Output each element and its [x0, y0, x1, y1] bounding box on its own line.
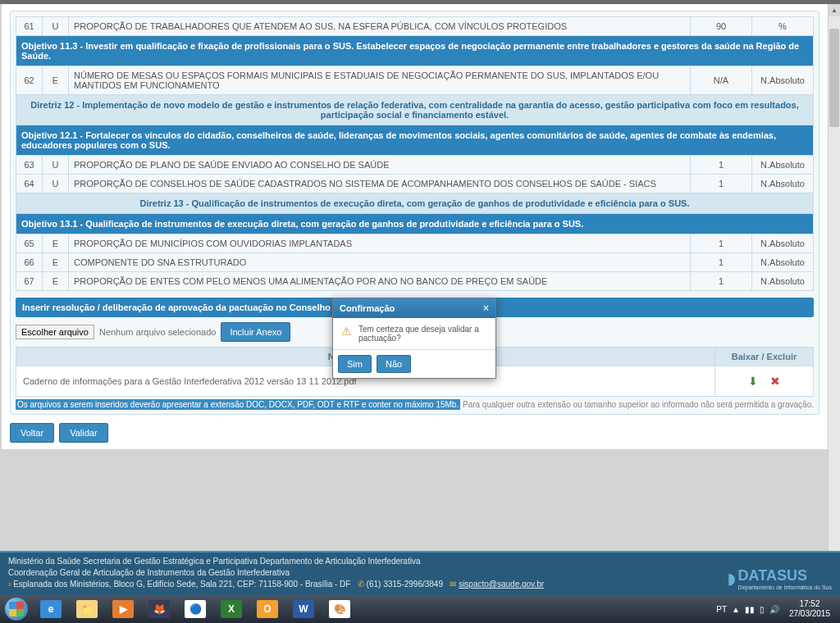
table-row: 64 U PROPORÇÃO DE CONSELHOS DE SAÚDE CAD…: [16, 175, 814, 193]
row-value: 1: [691, 234, 752, 253]
include-attachment-button[interactable]: Incluir Anexo: [221, 322, 290, 342]
row-num: 67: [16, 272, 43, 291]
row-unit: N.Absoluto: [752, 66, 814, 95]
start-button[interactable]: [0, 595, 33, 623]
page-footer: Ministério da Saúde Secretaria de Gestão…: [0, 551, 840, 595]
row-unit: N.Absoluto: [752, 272, 814, 291]
clock-time: 17:52: [789, 599, 830, 609]
row-num: 62: [16, 66, 43, 95]
datasus-logo: ◗ DATASUS Departamento de Informática do…: [728, 567, 832, 590]
vertical-scrollbar[interactable]: ▲ ▼: [828, 4, 840, 623]
row-num: 66: [16, 253, 43, 272]
footer-address: Esplanada dos Ministérios, Bloco G, Edif…: [13, 580, 350, 589]
row-unit: N.Absoluto: [752, 253, 814, 272]
footer-line2: Coordenação Geral de Articulação de Inst…: [8, 567, 544, 579]
footer-email-link[interactable]: sispacto@saude.gov.br: [459, 580, 544, 589]
choose-file-button[interactable]: Escolher arquivo: [16, 325, 94, 339]
diretriz-text: Diretriz 12 - Implementação de novo mode…: [16, 95, 814, 125]
windows-orb-icon: [5, 598, 28, 621]
download-icon[interactable]: ⬇: [748, 375, 758, 388]
row-num: 64: [16, 175, 43, 193]
objetivo-text: Objetivo 13.1 - Qualificação de instrume…: [16, 214, 814, 234]
objetivo-header: Objetivo 12.1 - Fortalecer os vínculos d…: [16, 125, 814, 156]
diretriz-text: Diretriz 13 - Qualificação de instrument…: [16, 193, 814, 214]
table-row: 67 E PROPORÇÃO DE ENTES COM PELO MENOS U…: [16, 272, 814, 291]
row-type: U: [43, 156, 69, 175]
row-desc: COMPONENTE DO SNA ESTRUTURADO: [69, 253, 691, 272]
objetivo-text: Objetivo 12.1 - Fortalecer os vínculos d…: [16, 125, 814, 156]
no-button[interactable]: Não: [377, 355, 411, 373]
tray-arrow-icon[interactable]: ▲: [732, 605, 740, 614]
row-desc: PROPORÇÃO DE MUNICÍPIOS COM OUVIDORIAS I…: [69, 234, 691, 253]
row-num: 61: [16, 17, 43, 36]
row-unit: N.Absoluto: [752, 156, 814, 175]
row-desc: PROPORÇÃO DE PLANO DE SAÚDE ENVIADO AO C…: [69, 156, 691, 175]
indicators-table: 61 U PROPORÇÃO DE TRABALHADORES QUE ATEN…: [16, 16, 814, 291]
table-row: 66 E COMPONENTE DO SNA ESTRUTURADO 1 N.A…: [16, 253, 814, 272]
modal-message: Tem certeza que deseja validar a pactuaç…: [358, 325, 487, 343]
row-type: U: [43, 175, 69, 193]
scrollbar-thumb[interactable]: [829, 29, 839, 127]
language-indicator[interactable]: PT: [716, 605, 727, 614]
row-type: E: [43, 234, 69, 253]
ie-icon[interactable]: e: [34, 598, 68, 621]
table-row: 62 E NÚMERO DE MESAS OU ESPAÇOS FORMAIS …: [16, 66, 814, 95]
row-desc: PROPORÇÃO DE TRABALHADORES QUE ATENDEM A…: [69, 17, 691, 36]
scroll-up-arrow[interactable]: ▲: [829, 4, 840, 16]
row-value: 1: [691, 156, 752, 175]
row-num: 65: [16, 234, 43, 253]
row-type: E: [43, 66, 69, 95]
row-type: U: [43, 17, 69, 36]
excel-icon[interactable]: X: [214, 598, 249, 621]
footer-line1: Ministério da Saúde Secretaria de Gestão…: [8, 556, 544, 567]
firefox-icon[interactable]: 🦊: [142, 598, 176, 621]
row-type: E: [43, 253, 69, 272]
flag-icon[interactable]: ▮▮: [745, 605, 755, 614]
windows-taskbar[interactable]: e 📁 ▶ 🦊 🔵 X O W 🎨 PT ▲ ▮▮ ▯ 🔊 17:52 27/0…: [0, 595, 840, 623]
delete-icon[interactable]: ✖: [770, 375, 780, 388]
taskbar-clock[interactable]: 17:52 27/03/2015: [784, 599, 835, 619]
objetivo-text: Objetivo 11.3 - Investir em qualificação…: [16, 36, 814, 66]
system-tray[interactable]: PT ▲ ▮▮ ▯ 🔊 17:52 27/03/2015: [716, 599, 840, 619]
media-player-icon[interactable]: ▶: [106, 598, 140, 621]
volume-icon[interactable]: 🔊: [769, 605, 779, 614]
table-row: 65 E PROPORÇÃO DE MUNICÍPIOS COM OUVIDOR…: [16, 234, 814, 253]
explorer-icon[interactable]: 📁: [70, 598, 104, 621]
no-file-label: Nenhum arquivo selecionado: [99, 327, 216, 337]
mail-icon: ✉: [450, 580, 456, 589]
hint-highlight: Os arquivos a serem inseridos deverão ap…: [16, 399, 460, 410]
clock-date: 27/03/2015: [789, 609, 830, 619]
row-value: N/A: [691, 66, 752, 95]
network-icon[interactable]: ▯: [760, 605, 765, 614]
row-num: 63: [16, 156, 43, 175]
logo-swoosh-icon: ◗: [728, 570, 735, 588]
row-value: 1: [691, 175, 752, 193]
objetivo-header: Objetivo 11.3 - Investir em qualificação…: [16, 36, 814, 66]
row-value: 1: [691, 253, 752, 272]
row-desc: PROPORÇÃO DE CONSELHOS DE SAÚDE CADASTRA…: [69, 175, 691, 193]
logo-subtext: Departamento de Informática do Sus: [738, 584, 832, 590]
diretriz-header: Diretriz 12 - Implementação de novo mode…: [16, 95, 814, 125]
row-unit: %: [752, 17, 814, 36]
table-row: 63 U PROPORÇÃO DE PLANO DE SAÚDE ENVIADO…: [16, 156, 814, 175]
table-row: 61 U PROPORÇÃO DE TRABALHADORES QUE ATEN…: [16, 17, 814, 36]
validate-button[interactable]: Validar: [59, 423, 107, 443]
close-icon[interactable]: ×: [483, 302, 489, 314]
chrome-icon[interactable]: 🔵: [178, 598, 212, 621]
row-desc: NÚMERO DE MESAS OU ESPAÇOS FORMAIS MUNIC…: [69, 66, 691, 95]
word-icon[interactable]: W: [286, 598, 321, 621]
row-value: 90: [691, 17, 752, 36]
row-value: 1: [691, 272, 752, 291]
logo-text: DATASUS: [738, 567, 832, 584]
diretriz-header: Diretriz 13 - Qualificação de instrument…: [16, 193, 814, 214]
yes-button[interactable]: Sim: [338, 355, 372, 373]
footer-phone: (61) 3315-2996/3849: [367, 580, 443, 589]
row-type: E: [43, 272, 69, 291]
upload-hint: Os arquivos a serem inseridos deverão ap…: [16, 400, 814, 409]
paint-icon[interactable]: 🎨: [322, 598, 357, 621]
back-button[interactable]: Voltar: [10, 423, 54, 443]
row-unit: N.Absoluto: [752, 175, 814, 193]
warning-icon: ⚠: [341, 325, 352, 338]
modal-title: Confirmação: [340, 303, 395, 313]
outlook-icon[interactable]: O: [250, 598, 285, 621]
